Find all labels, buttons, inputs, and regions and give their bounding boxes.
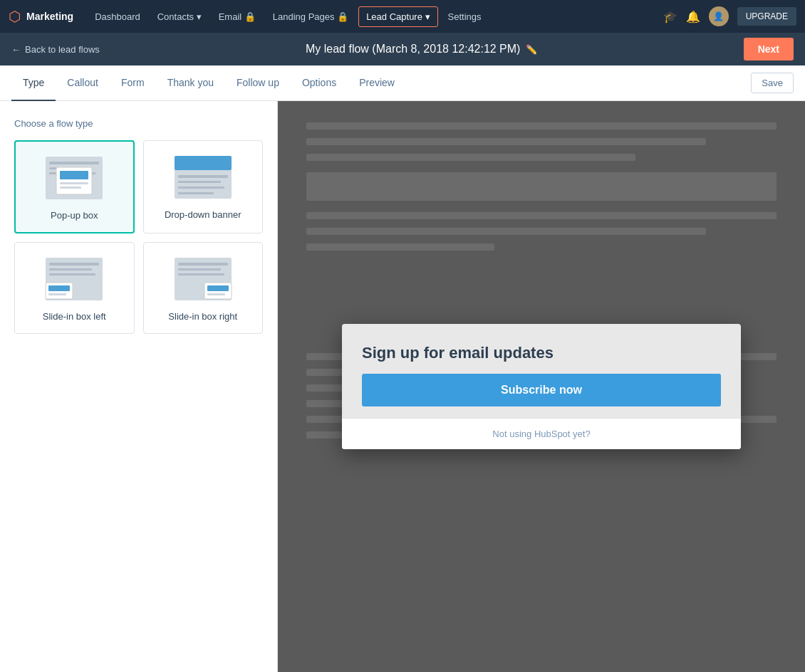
popup-footer: Not using HubSpot yet? — [342, 418, 741, 449]
next-button[interactable]: Next — [744, 38, 794, 61]
back-to-lead-flows[interactable]: ← Back to lead flows — [11, 44, 100, 55]
fake-line-1 — [306, 122, 777, 130]
svg-rect-13 — [178, 192, 214, 194]
nav-dashboard[interactable]: Dashboard — [88, 7, 147, 26]
svg-rect-17 — [49, 273, 95, 275]
subscribe-button[interactable]: Subscribe now — [362, 374, 721, 406]
nav-landing-pages[interactable]: Landing Pages 🔒 — [266, 7, 355, 26]
tab-options[interactable]: Options — [291, 65, 348, 101]
slide-in-left-label: Slide-in box left — [43, 311, 106, 322]
svg-rect-19 — [48, 285, 70, 291]
svg-rect-9 — [175, 156, 232, 170]
tab-form[interactable]: Form — [110, 65, 156, 101]
nav-contacts[interactable]: Contacts ▾ — [150, 7, 209, 26]
slide-in-right-icon — [171, 254, 235, 304]
academy-icon[interactable]: 🎓 — [663, 10, 677, 23]
fake-line-6 — [306, 243, 494, 251]
tabs-bar: Type Callout Form Thank you Follow up Op… — [0, 65, 805, 101]
flow-title: My lead flow (March 8, 2018 12:42:12 PM)… — [108, 43, 735, 56]
popup-modal: Sign up for email updates Subscribe now … — [342, 324, 741, 449]
flow-type-dropdown-banner[interactable]: Drop-down banner — [143, 140, 264, 233]
popup-footer-text: Not using HubSpot yet? — [492, 429, 590, 439]
tabs-list: Type Callout Form Thank you Follow up Op… — [11, 65, 751, 100]
flow-types-grid: Pop-up box Drop-down banne — [14, 140, 263, 334]
tab-callout[interactable]: Callout — [56, 65, 110, 101]
flow-type-slide-in-right[interactable]: Slide-in box right — [143, 242, 264, 334]
svg-rect-26 — [207, 285, 229, 291]
popup-box-label: Pop-up box — [51, 210, 98, 221]
main-content: Choose a flow type — [0, 101, 805, 672]
brand-name: Marketing — [26, 11, 73, 22]
dropdown-banner-label: Drop-down banner — [165, 209, 242, 220]
fake-line-3 — [306, 154, 635, 161]
fake-block-1 — [306, 172, 777, 201]
nav-email[interactable]: Email 🔒 — [212, 7, 263, 26]
fake-line-5 — [306, 228, 706, 235]
nav-settings[interactable]: Settings — [441, 7, 489, 26]
top-nav: ⬡ Marketing Dashboard Contacts ▾ Email 🔒… — [0, 0, 805, 33]
svg-rect-22 — [178, 263, 228, 266]
slide-in-left-icon — [42, 254, 106, 304]
popup-content-area: Sign up for email updates Subscribe now — [342, 324, 741, 418]
svg-rect-1 — [49, 162, 99, 164]
tab-follow-up[interactable]: Follow up — [225, 65, 291, 101]
right-preview-panel: Sign up for email updates Subscribe now … — [278, 101, 805, 672]
svg-rect-5 — [60, 171, 88, 179]
flow-type-title: Choose a flow type — [14, 118, 263, 129]
upgrade-button[interactable]: UPGRADE — [737, 7, 796, 26]
edit-title-icon[interactable]: ✏️ — [526, 44, 537, 55]
svg-rect-10 — [178, 175, 228, 178]
tab-preview[interactable]: Preview — [348, 65, 406, 101]
popup-title: Sign up for email updates — [362, 344, 721, 362]
slide-in-right-label: Slide-in box right — [168, 311, 237, 322]
svg-rect-6 — [60, 182, 88, 184]
save-button[interactable]: Save — [751, 73, 794, 93]
nav-right: 🎓 🔔 👤 UPGRADE — [663, 6, 796, 26]
nav-lead-capture[interactable]: Lead Capture ▾ — [358, 6, 437, 27]
flow-type-slide-in-left[interactable]: Slide-in box left — [14, 242, 135, 334]
flow-type-popup-box[interactable]: Pop-up box — [14, 140, 135, 233]
svg-rect-23 — [178, 268, 221, 271]
dropdown-banner-icon — [171, 152, 235, 202]
user-avatar[interactable]: 👤 — [709, 6, 729, 26]
sub-nav: ← Back to lead flows My lead flow (March… — [0, 33, 805, 65]
fake-line-4 — [306, 212, 777, 219]
svg-rect-24 — [178, 273, 224, 275]
svg-rect-11 — [178, 181, 221, 183]
tab-thank-you[interactable]: Thank you — [156, 65, 225, 101]
svg-rect-12 — [178, 187, 224, 189]
svg-rect-15 — [49, 263, 99, 266]
tab-type[interactable]: Type — [11, 65, 56, 101]
popup-box-icon — [42, 153, 106, 203]
svg-rect-16 — [49, 268, 92, 271]
svg-rect-7 — [60, 187, 81, 189]
nav-items: Dashboard Contacts ▾ Email 🔒 Landing Pag… — [88, 6, 663, 27]
svg-rect-20 — [48, 293, 66, 295]
left-panel: Choose a flow type — [0, 101, 278, 672]
hubspot-logo[interactable]: ⬡ — [9, 8, 21, 25]
svg-rect-27 — [207, 293, 225, 295]
back-arrow-icon: ← — [11, 44, 21, 55]
notifications-icon[interactable]: 🔔 — [686, 10, 700, 23]
fake-line-2 — [306, 138, 706, 145]
